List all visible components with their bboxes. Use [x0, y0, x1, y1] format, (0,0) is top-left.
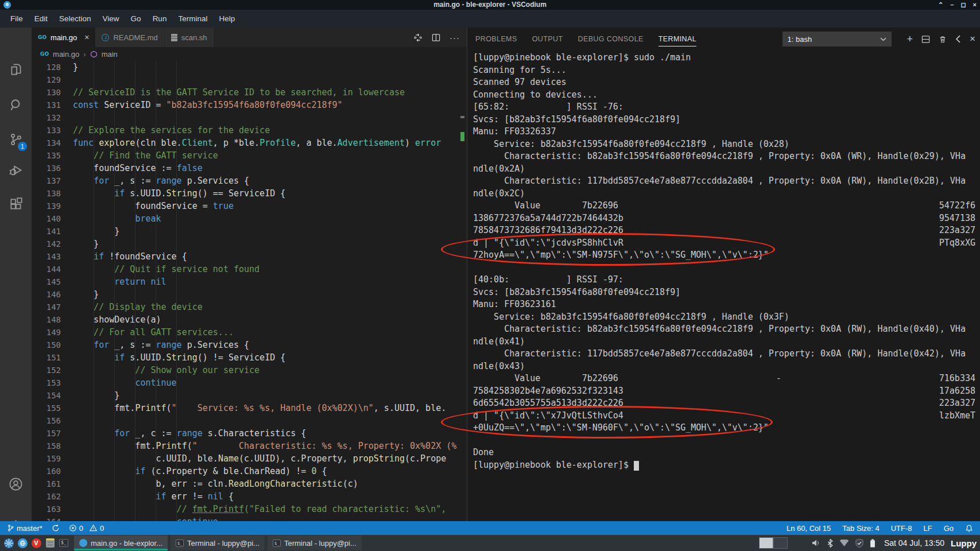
battery-icon[interactable] [870, 539, 876, 548]
tab-main.go[interactable]: GOmain.go× [32, 28, 95, 47]
tab-README.md[interactable]: iREADME.md [95, 28, 164, 47]
line-number: 128 [32, 61, 73, 73]
tab-scan.sh[interactable]: scan.sh [165, 28, 214, 47]
terminal-output[interactable]: [luppy@pinebook ble-explorer]$ sudo ./ma… [467, 51, 980, 521]
source-control-icon[interactable]: 1 [0, 126, 32, 153]
taskbar-window-title: Terminal - luppy@pi... [187, 539, 259, 548]
code-token [73, 428, 114, 439]
menu-item-view[interactable]: View [97, 11, 125, 26]
code-text: showDevice(a) [73, 313, 161, 326]
code-token: Printf [156, 441, 187, 451]
browser-icon[interactable] [16, 537, 29, 549]
minimize-window-icon[interactable]: – [950, 0, 954, 10]
more-actions-icon[interactable]: ··· [450, 33, 460, 42]
language-mode[interactable]: Go [944, 524, 954, 533]
menu-item-run[interactable]: Run [147, 11, 173, 26]
code-text: } [73, 288, 99, 301]
terminal-session-select[interactable]: 1: bash [783, 32, 892, 46]
terminal-text: Value 7b22696 [473, 372, 618, 385]
taskbar-window-button[interactable]: main.go - ble-explor... [74, 536, 168, 550]
sync-changes-button[interactable] [52, 524, 60, 532]
run-debug-icon[interactable] [0, 156, 32, 184]
maximize-window-icon[interactable]: ◻ [960, 0, 966, 10]
terminal-line: d | "{\"id\":\"jcdvsPS8hhClvRPTq8xXG [473, 237, 975, 250]
terminal-text: Svcs: [b82ab3fc15954f6a80f0fe094cc218f9] [473, 114, 680, 126]
chevron-right-icon: › [83, 50, 86, 59]
tab-label: main.go [51, 33, 77, 42]
app-launcher-icon[interactable] [2, 537, 15, 549]
panel-tab-terminal[interactable]: TERMINAL [659, 32, 696, 46]
explorer-icon[interactable] [0, 56, 32, 83]
bluetooth-icon[interactable] [827, 539, 833, 548]
code-token: () == ServiceID { [197, 188, 286, 199]
clock[interactable]: Sat 04 Jul, 13:50 [884, 538, 944, 548]
terminal-text: Done [473, 447, 494, 459]
code-text: c.UUID, ble.Name(c.UUID), c.Property, pr… [73, 452, 446, 465]
code-line: 129 [32, 73, 467, 86]
menu-item-file[interactable]: File [5, 11, 29, 26]
close-tab-icon[interactable]: × [84, 33, 89, 42]
split-editor-icon[interactable] [432, 33, 440, 42]
maximize-panel-chevron-icon[interactable] [955, 35, 961, 43]
breadcrumb[interactable]: GO main.go › main [32, 47, 467, 61]
search-icon[interactable] [0, 91, 32, 119]
code-line: 132 [32, 111, 467, 124]
volume-icon[interactable] [812, 539, 821, 547]
pager-desktop-2[interactable] [773, 537, 788, 549]
code-line: 135 // Find the GATT service [32, 149, 467, 162]
shell-file-icon [171, 34, 177, 41]
open-changes-icon[interactable] [413, 33, 423, 42]
code-token: continue [177, 517, 218, 521]
extensions-icon[interactable] [0, 191, 32, 218]
terminal-text: 6d65542b3055755a513d3d222c226 [473, 397, 623, 410]
eol-indicator[interactable]: LF [923, 524, 932, 533]
code-token [73, 277, 114, 287]
taskbar-window-button[interactable]: $_Terminal - luppy@pi... [268, 536, 362, 550]
tab-size[interactable]: Tab Size: 4 [842, 524, 879, 533]
code-line: 133// Explore the services for the devic… [32, 124, 467, 137]
new-terminal-icon[interactable]: + [907, 34, 913, 44]
pager-desktop-1[interactable] [759, 537, 773, 549]
code-token: nil [208, 491, 223, 502]
terminal-launcher-icon[interactable]: $_ [57, 537, 70, 549]
shade-window-icon[interactable]: ⌃ [938, 0, 943, 10]
code-token [73, 214, 135, 224]
cursor-position[interactable]: Ln 60, Col 15 [787, 524, 831, 533]
close-window-icon[interactable]: × [973, 0, 977, 10]
vivaldi-icon[interactable]: V [30, 537, 42, 549]
accounts-icon[interactable] [0, 470, 32, 498]
panel-tab-output[interactable]: OUTPUT [532, 32, 563, 46]
close-panel-icon[interactable]: × [970, 34, 975, 44]
panel-tab-debug-console[interactable]: DEBUG CONSOLE [578, 32, 643, 46]
menu-item-selection[interactable]: Selection [53, 11, 97, 26]
notifications-bell-icon[interactable] [965, 524, 973, 533]
problems-indicator[interactable]: 0 0 [69, 524, 104, 533]
encoding[interactable]: UTF-8 [891, 524, 912, 533]
code-line: 152 // Show only our service [32, 364, 467, 377]
taskbar-window-button[interactable]: $_Terminal - luppy@pi... [171, 536, 265, 550]
shield-icon[interactable] [855, 539, 863, 548]
breadcrumb-file[interactable]: main.go [53, 50, 79, 59]
terminal-line: Value 7b2269654722f6 [473, 200, 975, 212]
virtual-desktop-pager[interactable] [759, 537, 788, 549]
kill-terminal-trash-icon[interactable] [939, 35, 947, 44]
code-editor[interactable]: 128}129130// ServiceID is the GATT Servi… [32, 61, 467, 521]
code-token: func [73, 138, 94, 148]
code-token: } [73, 289, 99, 300]
code-line: 148 showDevice(a) [32, 313, 467, 326]
menu-item-help[interactable]: Help [213, 11, 241, 26]
menu-item-edit[interactable]: Edit [29, 11, 53, 26]
code-token: ) [405, 138, 415, 148]
panel-tab-problems[interactable]: PROBLEMS [475, 32, 517, 46]
git-branch-indicator[interactable]: master* [7, 524, 42, 533]
code-token: nil [150, 277, 166, 287]
wifi-icon[interactable] [839, 540, 849, 547]
terminal-line: d | "{\"id\":\"x7JvQtLSthvCo4lzbXmeT [473, 410, 975, 422]
code-token: !foundService { [104, 251, 187, 262]
split-terminal-icon[interactable] [921, 35, 930, 44]
file-manager-icon[interactable] [44, 537, 56, 549]
breadcrumb-symbol[interactable]: main [102, 50, 118, 59]
menu-item-terminal[interactable]: Terminal [172, 11, 213, 26]
terminal-text: d | "{\"id\":\"x7JvQtLSthvCo4 [473, 410, 623, 422]
menu-item-go[interactable]: Go [125, 11, 147, 26]
